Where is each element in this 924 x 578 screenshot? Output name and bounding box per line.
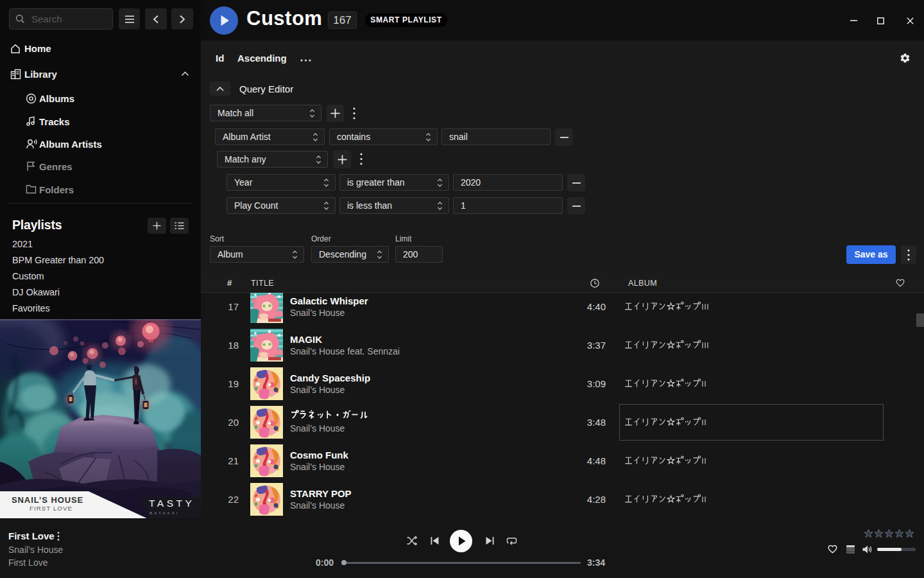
svg-text:BATAAXI: BATAAXI bbox=[150, 511, 180, 515]
svg-text:SNAIL’S HOUSE: SNAIL’S HOUSE bbox=[12, 495, 83, 505]
svg-text:TASTY: TASTY bbox=[149, 498, 194, 509]
svg-text:FIRST LOVE: FIRST LOVE bbox=[30, 505, 73, 512]
